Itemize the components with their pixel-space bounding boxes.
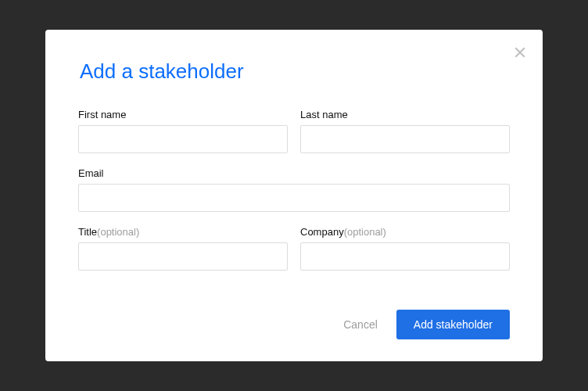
- submit-button[interactable]: Add stakeholder: [396, 310, 510, 339]
- email-input[interactable]: [78, 184, 510, 212]
- company-label: Company(optional): [300, 226, 510, 238]
- modal-title: Add a stakeholder: [80, 59, 510, 84]
- last-name-input[interactable]: [300, 125, 510, 153]
- cancel-button[interactable]: Cancel: [343, 318, 378, 331]
- first-name-label: First name: [78, 109, 288, 120]
- first-name-group: First name: [78, 109, 288, 153]
- title-input[interactable]: [78, 242, 288, 271]
- title-label: Title(optional): [78, 226, 288, 238]
- email-label: Email: [78, 167, 510, 179]
- first-name-input[interactable]: [78, 125, 288, 153]
- last-name-group: Last name: [300, 109, 510, 153]
- button-row: Cancel Add stakeholder: [343, 310, 510, 339]
- company-input[interactable]: [300, 242, 510, 271]
- add-stakeholder-modal: Add a stakeholder First name Last name E…: [45, 30, 543, 361]
- title-group: Title(optional): [78, 226, 288, 271]
- email-group: Email: [78, 167, 510, 212]
- company-group: Company(optional): [300, 226, 510, 271]
- close-icon[interactable]: [513, 45, 527, 59]
- last-name-label: Last name: [300, 109, 510, 120]
